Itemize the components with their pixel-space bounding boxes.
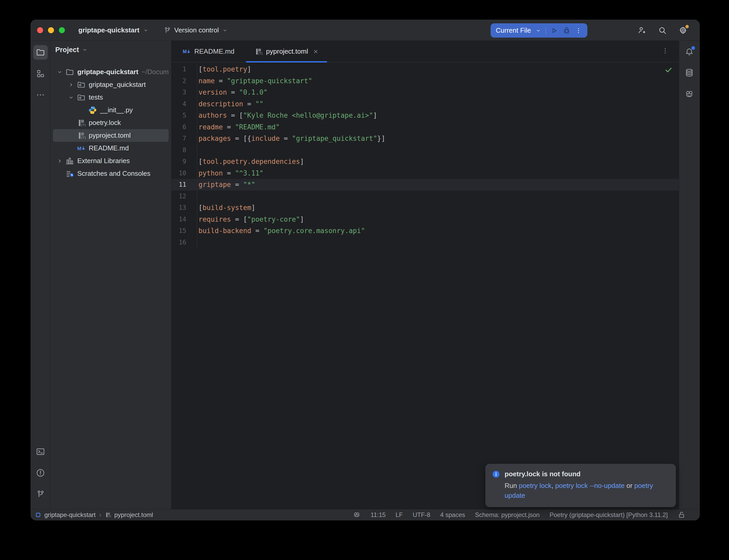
- code-line-1[interactable]: 1[tool.poetry]: [171, 64, 679, 75]
- close-icon[interactable]: [312, 48, 319, 55]
- project-panel-title: Project: [55, 46, 79, 54]
- json-schema[interactable]: Schema: pyproject.json: [475, 511, 540, 519]
- tree-item-pyproject.toml[interactable]: [T]pyproject.toml: [53, 129, 169, 142]
- line-separator[interactable]: LF: [396, 511, 403, 519]
- code-line-7[interactable]: 7packages = [{include = "griptape_quicks…: [171, 133, 679, 144]
- code-with-me-icon[interactable]: [637, 26, 646, 35]
- code-line-12[interactable]: 12: [171, 191, 679, 202]
- code-line-2[interactable]: 2name = "griptape-quickstart": [171, 75, 679, 87]
- project-widget[interactable]: griptape-quickstart: [78, 26, 149, 34]
- tree-item-README.md[interactable]: MREADME.md: [53, 142, 169, 155]
- project-tool-button[interactable]: [33, 45, 48, 60]
- chevron-down-icon[interactable]: [65, 94, 77, 101]
- line-number: 13: [171, 204, 197, 211]
- chevron-down-icon: [82, 47, 88, 53]
- indentation[interactable]: 4 spaces: [440, 511, 465, 519]
- toml-file-icon: [T]: [105, 512, 111, 518]
- tree-item-label: External Libraries: [77, 157, 130, 165]
- search-everywhere-icon[interactable]: [658, 26, 667, 35]
- close-window-button[interactable]: [37, 27, 43, 33]
- line-number: 10: [171, 170, 197, 177]
- notification-text: Run: [505, 482, 519, 489]
- indent-spacer: [77, 106, 88, 114]
- chevron-right-icon[interactable]: [54, 157, 65, 165]
- project-panel: Project griptape-quickstart~/Documegript…: [50, 41, 171, 509]
- line-number: 2: [171, 77, 197, 85]
- line-number: 3: [171, 89, 197, 96]
- notification-text: ,: [552, 482, 555, 489]
- left-tool-strip: [31, 41, 50, 509]
- tree-item-Scratches and Consoles[interactable]: Scratches and Consoles: [53, 167, 169, 180]
- notifications-tool-button[interactable]: [682, 44, 697, 59]
- ide-window: griptape-quickstart Version control Curr…: [31, 20, 700, 520]
- settings-gear-icon[interactable]: [679, 26, 688, 35]
- vcs-widget[interactable]: Version control: [163, 26, 228, 34]
- tree-item-griptape_quickstart[interactable]: griptape_quickstart: [53, 78, 169, 91]
- code-text: version = "0.1.0": [197, 88, 267, 96]
- breadcrumb-project[interactable]: griptape-quickstart: [44, 511, 95, 519]
- line-number: 14: [171, 216, 197, 223]
- markdown-icon: M: [77, 144, 86, 153]
- run-button[interactable]: [550, 26, 558, 35]
- code-line-11[interactable]: 11griptape = "*": [171, 179, 679, 191]
- debug-button[interactable]: [563, 26, 571, 35]
- zoom-window-button[interactable]: [59, 27, 65, 33]
- project-panel-header[interactable]: Project: [50, 41, 171, 59]
- minimize-window-button[interactable]: [48, 27, 54, 33]
- line-number: 12: [171, 193, 197, 200]
- editor[interactable]: 1[tool.poetry]2name = "griptape-quicksta…: [171, 62, 679, 509]
- info-icon: [492, 470, 500, 478]
- database-tool-button[interactable]: [682, 66, 697, 80]
- python-interpreter[interactable]: Poetry (griptape-quickstart) [Python 3.1…: [550, 511, 668, 519]
- tree-item-tests[interactable]: tests: [53, 91, 169, 104]
- run-configuration-widget[interactable]: Current File: [491, 23, 587, 38]
- line-number: 16: [171, 239, 197, 246]
- tree-item-__init__.py[interactable]: __init__.py: [53, 104, 169, 116]
- problems-tool-button[interactable]: [33, 466, 48, 480]
- file-encoding[interactable]: UTF-8: [413, 511, 431, 519]
- code-line-5[interactable]: 5authors = ["Kyle Roche <hello@griptape.…: [171, 110, 679, 121]
- tree-item-griptape-quickstart[interactable]: griptape-quickstart~/Docume: [53, 66, 169, 78]
- editor-options-icon[interactable]: [661, 47, 669, 55]
- more-run-options-button[interactable]: [575, 27, 582, 34]
- code-line-13[interactable]: 13[build-system]: [171, 202, 679, 214]
- code-line-6[interactable]: 6readme = "README.md": [171, 121, 679, 133]
- code-line-10[interactable]: 10python = "^3.11": [171, 167, 679, 179]
- ai-assistant-tool-button[interactable]: [682, 87, 697, 101]
- chevron-right-icon[interactable]: [65, 81, 77, 89]
- tab-label: README.md: [194, 47, 234, 55]
- tab-README.md[interactable]: MREADME.md: [172, 41, 244, 62]
- tree-item-External Libraries[interactable]: External Libraries: [53, 155, 169, 167]
- line-number: 7: [171, 135, 197, 142]
- code-line-16[interactable]: 16: [171, 237, 679, 248]
- code-line-3[interactable]: 3version = "0.1.0": [171, 87, 679, 98]
- chevron-down-icon[interactable]: [54, 68, 65, 76]
- indent-spacer: [65, 132, 77, 139]
- structure-tool-button[interactable]: [33, 66, 48, 81]
- status-widgets: 11:15LFUTF-84 spacesSchema: pyproject.js…: [353, 511, 685, 519]
- breadcrumb-file[interactable]: pyproject.toml: [114, 511, 153, 519]
- more-tool-windows-button[interactable]: [33, 88, 48, 102]
- tree-item-label: poetry.lock: [89, 119, 121, 127]
- code-line-9[interactable]: 9[tool.poetry.dependencies]: [171, 156, 679, 167]
- notification-link[interactable]: poetry lock --no-update: [555, 482, 624, 489]
- version-control-tool-button[interactable]: [33, 487, 48, 501]
- tree-item-label: __init__.py: [100, 106, 133, 114]
- terminal-tool-button[interactable]: [33, 444, 48, 459]
- cursor-position[interactable]: 11:15: [371, 511, 386, 519]
- code-line-15[interactable]: 15build-backend = "poetry.core.masonry.a…: [171, 225, 679, 237]
- code-line-8[interactable]: 8: [171, 144, 679, 156]
- code-text: readme = "README.md": [197, 123, 280, 131]
- inspections-ok-icon[interactable]: [664, 66, 673, 74]
- code-line-4[interactable]: 4description = "": [171, 98, 679, 110]
- line-number: 9: [171, 158, 197, 165]
- copilot-status-icon[interactable]: [353, 511, 360, 519]
- lock-open-icon[interactable]: [678, 511, 685, 519]
- notification-balloon[interactable]: poetry.lock is not found Run poetry lock…: [486, 464, 676, 507]
- code-line-14[interactable]: 14requires = ["poetry-core"]: [171, 214, 679, 225]
- tree-item-poetry.lock[interactable]: [T]poetry.lock: [53, 116, 169, 129]
- svg-text:M: M: [183, 49, 187, 54]
- package-folder-icon: [77, 80, 86, 89]
- notification-link[interactable]: poetry lock: [519, 482, 552, 489]
- tab-pyproject.toml[interactable]: [T]pyproject.toml: [244, 41, 329, 62]
